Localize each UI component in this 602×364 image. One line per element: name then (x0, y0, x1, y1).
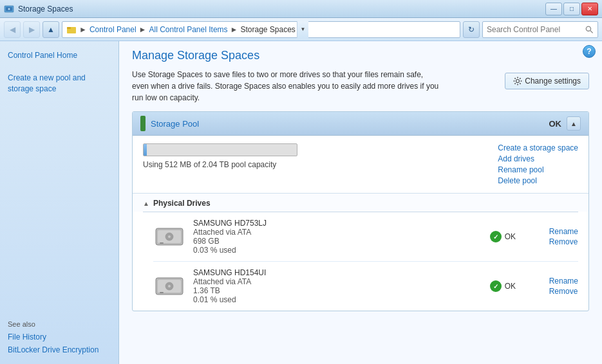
svg-point-12 (514, 78, 516, 79)
window-controls: — □ ✕ (545, 3, 598, 15)
svg-rect-4 (67, 27, 71, 29)
rename-pool-link[interactable]: Rename pool (498, 165, 543, 174)
forward-button[interactable]: ▶ (23, 21, 40, 38)
svg-rect-25 (160, 292, 164, 293)
breadcrumb-current: Storage Spaces (240, 25, 295, 34)
drive-interface-1: Attached via ATA (193, 228, 482, 237)
capacity-bar-background (143, 143, 297, 156)
status-ok-icon-1: ✓ (490, 231, 502, 242)
delete-pool-link[interactable]: Delete pool (498, 176, 537, 185)
folder-icon (66, 24, 77, 35)
capacity-text: Using 512 MB of 2.04 TB pool capacity (143, 160, 276, 169)
breadcrumb: ► Control Panel ► All Control Panel Item… (62, 21, 460, 38)
pool-actions: Create a storage space Add drives Rename… (498, 143, 578, 185)
sidebar: Control Panel Home Create a new pool and… (0, 41, 119, 364)
search-bar (482, 21, 598, 38)
breadcrumb-dropdown[interactable]: ▼ (297, 21, 308, 38)
change-settings-label: Change settings (525, 77, 581, 86)
drive-size-2: 1.36 TB (193, 286, 482, 295)
svg-line-6 (591, 30, 594, 33)
breadcrumb-all-items[interactable]: All Control Panel Items (149, 25, 228, 34)
svg-point-15 (514, 83, 516, 84)
content-area: ? Manage Storage Spaces Use Storage Spac… (119, 41, 602, 364)
search-icon (585, 25, 594, 34)
svg-point-7 (516, 80, 520, 83)
drive-details-2: SAMSUNG HD154UI Attached via ATA 1.36 TB… (193, 268, 482, 304)
sidebar-bitlocker[interactable]: BitLocker Drive Encryption (0, 343, 118, 356)
svg-rect-20 (160, 242, 164, 244)
drive-status-2: ✓ OK (490, 280, 541, 292)
page-title: Manage Storage Spaces (132, 49, 589, 62)
change-settings-button[interactable]: Change settings (505, 73, 589, 89)
gear-icon (513, 77, 522, 86)
drive-item-2: SAMSUNG HD154UI Attached via ATA 1.36 TB… (133, 262, 588, 311)
drive-actions-1: Rename Remove (549, 227, 578, 246)
status-ok-icon-2: ✓ (490, 280, 502, 292)
capacity-bar-fill (144, 144, 147, 156)
svg-point-13 (520, 83, 521, 84)
up-button[interactable]: ▲ (42, 21, 59, 38)
pool-collapse-button[interactable]: ▲ (567, 116, 581, 131)
minimize-button[interactable]: — (545, 3, 562, 15)
physical-drives-expand-icon[interactable]: ▲ (143, 200, 149, 207)
window-title: Storage Spaces (18, 5, 73, 14)
svg-point-19 (168, 235, 171, 238)
drive-status-1: ✓ OK (490, 231, 541, 242)
svg-point-8 (517, 77, 518, 78)
drive-interface-2: Attached via ATA (193, 277, 482, 286)
drive-actions-2: Rename Remove (549, 277, 578, 296)
pool-status: OK (549, 119, 562, 129)
svg-point-2 (8, 8, 10, 10)
sidebar-create-pool[interactable]: Create a new pool and storage space (0, 71, 118, 96)
help-button[interactable]: ? (583, 45, 596, 58)
title-bar-left: Storage Spaces (4, 4, 73, 14)
search-input[interactable] (487, 25, 583, 34)
title-bar: Storage Spaces — □ ✕ (0, 0, 602, 18)
drive-1-remove-link[interactable]: Remove (549, 237, 578, 246)
pool-info: Using 512 MB of 2.04 TB pool capacity (143, 143, 485, 185)
drive-name-2: SAMSUNG HD154UI (193, 268, 482, 277)
refresh-button[interactable]: ↻ (463, 21, 480, 38)
drive-2-remove-link[interactable]: Remove (549, 287, 578, 296)
drive-status-text-1: OK (505, 232, 516, 241)
breadcrumb-control-panel[interactable]: Control Panel (89, 25, 136, 34)
drive-2-rename-link[interactable]: Rename (549, 277, 578, 286)
physical-drives-header: ▲ Physical Drives (133, 193, 588, 212)
back-button[interactable]: ◀ (4, 21, 21, 38)
app-icon (4, 4, 14, 14)
add-drives-link[interactable]: Add drives (498, 154, 534, 163)
svg-point-11 (521, 80, 522, 82)
svg-point-10 (514, 80, 515, 82)
sidebar-control-panel-home[interactable]: Control Panel Home (0, 49, 118, 62)
sidebar-file-history[interactable]: File History (0, 331, 118, 343)
drive-icon-1 (153, 224, 185, 250)
maximize-button[interactable]: □ (563, 3, 580, 15)
pool-color-indicator (140, 116, 146, 131)
drive-1-rename-link[interactable]: Rename (549, 227, 578, 236)
svg-point-5 (587, 26, 591, 31)
drive-size-1: 698 GB (193, 237, 482, 246)
close-button[interactable]: ✕ (581, 3, 598, 15)
svg-point-9 (517, 84, 518, 86)
drive-details-1: SAMSUNG HD753LJ Attached via ATA 698 GB … (193, 219, 482, 255)
svg-point-24 (168, 285, 171, 287)
pool-title: Storage Pool (151, 119, 199, 129)
create-storage-space-link[interactable]: Create a storage space (498, 143, 578, 152)
physical-drives-title: Physical Drives (153, 199, 211, 208)
drive-status-text-2: OK (505, 282, 516, 291)
sidebar-see-also-label: See also (0, 310, 118, 331)
svg-point-14 (520, 78, 521, 79)
address-bar: ◀ ▶ ▲ ► Control Panel ► All Control Pane… (0, 18, 602, 41)
drive-usage-2: 0.01 % used (193, 295, 482, 304)
main-layout: Control Panel Home Create a new pool and… (0, 41, 602, 364)
content-inner: Manage Storage Spaces Use Storage Spaces… (119, 41, 602, 324)
drive-usage-1: 0.03 % used (193, 246, 482, 255)
drive-name-1: SAMSUNG HD753LJ (193, 219, 482, 228)
pool-header: Storage Pool OK ▲ (133, 112, 588, 136)
pool-section: Storage Pool OK ▲ Using 512 MB of 2.04 T… (132, 111, 589, 311)
pool-body: Using 512 MB of 2.04 TB pool capacity Cr… (133, 136, 588, 193)
drive-icon-2 (153, 273, 185, 299)
drive-item: SAMSUNG HD753LJ Attached via ATA 698 GB … (133, 212, 588, 261)
description-text: Use Storage Spaces to save files to two … (132, 69, 441, 104)
